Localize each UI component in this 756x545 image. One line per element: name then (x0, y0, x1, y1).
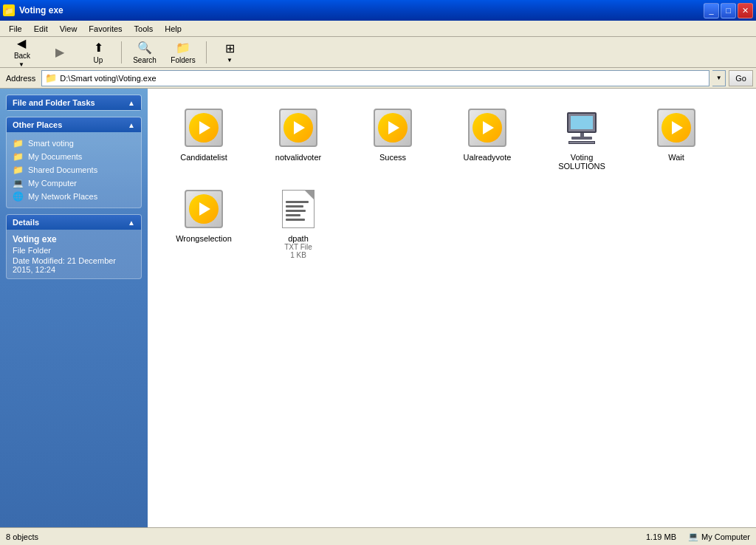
candidatelist-label: Candidatelist (180, 153, 227, 162)
voting-solutions-label: Voting (571, 153, 594, 162)
other-places-header[interactable]: Other Places ▲ (7, 117, 141, 132)
sidebar-item-shared-documents[interactable]: 📁 Shared Documents (13, 163, 135, 176)
file-notvalidvoter[interactable]: notvalidvoter (254, 100, 343, 176)
toolbar-separator-1 (121, 41, 122, 64)
voting-solutions-label2: SOLUTIONS (558, 162, 605, 171)
app-icon: 📁 (3, 4, 15, 16)
forward-button[interactable]: ▶ (41, 42, 78, 62)
ualreadyvote-icon (465, 106, 509, 150)
menu-favorites[interactable]: Favorites (83, 23, 128, 35)
views-button[interactable]: ⊞ ▼ (211, 38, 248, 66)
go-button[interactable]: Go (729, 70, 753, 86)
other-places-content: 📁 Smart voting 📁 My Documents 📁 Shared D… (7, 132, 141, 208)
close-button[interactable]: ✕ (738, 3, 753, 18)
file-folder-tasks-panel: File and Folder Tasks ▲ (6, 95, 142, 111)
title-left: 📁 Voting exe (3, 4, 63, 16)
address-label: Address (3, 74, 38, 83)
my-network-icon: 🌐 (13, 191, 24, 202)
file-folder-tasks-header[interactable]: File and Folder Tasks ▲ (7, 95, 141, 110)
status-bar: 8 objects 1.19 MB 💻 My Computer (0, 527, 756, 545)
smart-voting-label: Smart voting (28, 139, 74, 148)
maximize-button[interactable]: □ (721, 3, 736, 18)
shared-documents-label: Shared Documents (28, 165, 97, 174)
sidebar-item-my-computer[interactable]: 💻 My Computer (13, 176, 135, 190)
my-documents-label: My Documents (28, 152, 82, 161)
file-wait[interactable]: Wait (632, 100, 721, 176)
sidebar-item-my-network-places[interactable]: 🌐 My Network Places (13, 190, 135, 203)
address-folder-icon: 📁 (45, 72, 57, 83)
details-date-label: Date Modified: (13, 256, 65, 265)
smart-voting-icon: 📁 (13, 138, 24, 148)
candidatelist-icon (182, 106, 226, 150)
menu-view[interactable]: View (54, 23, 83, 35)
ualreadyvote-label: Ualreadyvote (464, 153, 512, 162)
toolbar-separator-2 (206, 41, 207, 64)
title-bar: 📁 Voting exe _ □ ✕ (0, 0, 756, 21)
shared-documents-icon: 📁 (13, 165, 24, 175)
wait-label: Wait (668, 153, 684, 162)
window-title: Voting exe (19, 5, 63, 16)
details-type: File Folder (13, 246, 135, 255)
menu-help[interactable]: Help (159, 23, 188, 35)
other-places-panel: Other Places ▲ 📁 Smart voting 📁 My Docum… (6, 117, 142, 208)
other-places-label: Other Places (13, 120, 62, 129)
notvalidvoter-label: notvalidvoter (275, 153, 321, 162)
my-computer-icon: 💻 (13, 178, 24, 188)
details-panel: Details ▲ Voting exe File Folder Date Mo… (6, 214, 142, 279)
my-network-label: My Network Places (28, 192, 97, 201)
address-input[interactable] (60, 74, 706, 83)
my-documents-icon: 📁 (13, 151, 24, 162)
sidebar-item-my-documents[interactable]: 📁 My Documents (13, 150, 135, 163)
details-content: Voting exe File Folder Date Modified: 21… (7, 230, 141, 278)
minimize-button[interactable]: _ (704, 3, 719, 18)
dpath-icon (276, 187, 320, 231)
details-header[interactable]: Details ▲ (7, 215, 141, 230)
sucess-icon (371, 106, 415, 150)
title-buttons: _ □ ✕ (704, 3, 753, 18)
file-candidatelist[interactable]: Candidatelist (159, 100, 248, 176)
file-sucess[interactable]: Sucess (348, 100, 437, 176)
dpath-size: 1 KB (290, 251, 306, 259)
address-dropdown[interactable]: ▼ (712, 70, 726, 86)
sucess-label: Sucess (379, 153, 406, 162)
wrongselection-icon (182, 187, 226, 231)
other-places-collapse[interactable]: ▲ (128, 121, 135, 129)
voting-solutions-icon (560, 106, 604, 150)
file-voting-solutions[interactable]: Voting SOLUTIONS (537, 100, 626, 176)
status-computer-icon: 💻 (688, 532, 698, 541)
status-size: 1.19 MB (646, 532, 676, 541)
file-ualreadyvote[interactable]: Ualreadyvote (443, 100, 532, 176)
details-collapse[interactable]: ▲ (128, 219, 135, 227)
file-area: Candidatelist notvalidvoter Sucess Ual (148, 89, 756, 527)
address-bar: Address 📁 ▼ Go (0, 68, 756, 89)
main-layout: File and Folder Tasks ▲ Other Places ▲ 📁… (0, 89, 756, 527)
sidebar-item-smart-voting[interactable]: 📁 Smart voting (13, 137, 135, 150)
details-name: Voting exe (13, 234, 135, 244)
details-label: Details (13, 218, 39, 227)
wrongselection-label: Wrongselection (176, 234, 232, 243)
menu-tools[interactable]: Tools (128, 23, 159, 35)
status-computer: 💻 My Computer (688, 532, 750, 541)
notvalidvoter-icon (276, 106, 320, 150)
dpath-label: dpath (288, 234, 309, 243)
details-date: Date Modified: 21 December 2015, 12:24 (13, 256, 135, 274)
file-wrongselection[interactable]: Wrongselection (159, 182, 248, 264)
sidebar: File and Folder Tasks ▲ Other Places ▲ 📁… (0, 89, 148, 527)
menu-bar: File Edit View Favorites Tools Help (0, 21, 756, 37)
file-dpath[interactable]: dpath TXT File 1 KB (254, 182, 343, 264)
dpath-type: TXT File (284, 243, 312, 251)
up-button[interactable]: ⬆ Up (80, 38, 117, 67)
status-right: 1.19 MB 💻 My Computer (646, 532, 750, 541)
file-folder-tasks-label: File and Folder Tasks (13, 98, 95, 107)
toolbar: ◀ Back ▼ ▶ ⬆ Up 🔍 Search 📁 Folders ⊞ ▼ (0, 37, 756, 68)
status-object-count: 8 objects (6, 532, 38, 541)
status-computer-label: My Computer (701, 532, 750, 541)
back-button[interactable]: ◀ Back ▼ (3, 33, 40, 71)
wait-icon (654, 106, 698, 150)
folders-button[interactable]: 📁 Folders (165, 38, 202, 67)
address-input-wrapper: 📁 (41, 70, 709, 86)
search-button[interactable]: 🔍 Search (126, 38, 163, 67)
my-computer-label: My Computer (28, 179, 77, 188)
file-folder-tasks-collapse[interactable]: ▲ (128, 99, 135, 107)
